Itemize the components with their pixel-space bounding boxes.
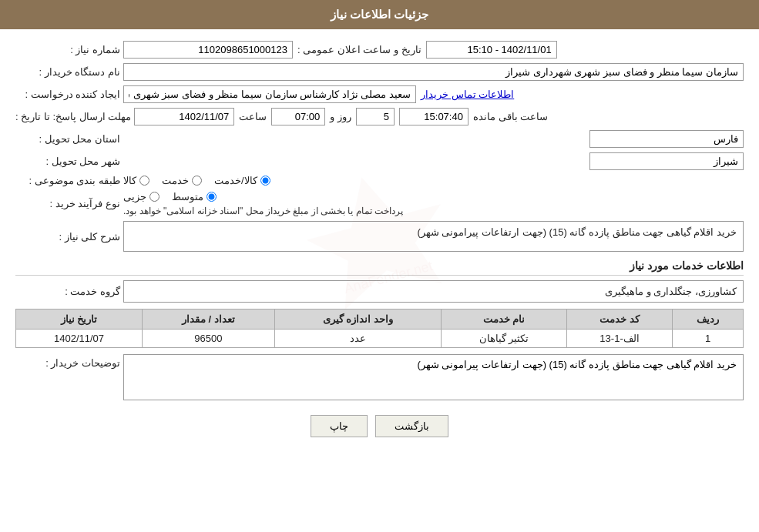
creator-contact-link[interactable]: اطلاعات تماس خریدار — [421, 89, 514, 100]
need-description-label: شرح کلی نیاز : — [15, 231, 123, 243]
col-quantity: تعداد / مقدار — [143, 309, 275, 330]
category-goods-service-item: کالا/خدمت — [214, 175, 270, 186]
service-info-title: اطلاعات خدمات مورد نیاز — [15, 259, 744, 276]
need-number-input[interactable] — [123, 41, 293, 59]
need-description-text: خرید اقلام گیاهی جهت مناطق پازده گانه (1… — [417, 226, 737, 238]
table-cell-code: الف-1-13 — [566, 330, 672, 348]
category-goods-service-label: کالا/خدمت — [214, 175, 257, 186]
process-medium-label: متوسط — [172, 191, 203, 202]
process-partial-item: جزیی — [123, 191, 160, 202]
col-date: تاریخ نیاز — [16, 309, 143, 330]
col-name: نام خدمت — [441, 309, 566, 330]
col-code: کد خدمت — [566, 309, 672, 330]
process-notice: پرداخت تمام یا بخشی از مبلغ خریداز محل "… — [123, 206, 403, 216]
process-row: نوع فرآیند خرید : جزیی متوسط پرداخت تمام… — [15, 191, 744, 216]
table-cell-date: 1402/11/07 — [16, 330, 143, 348]
deadline-label: مهلت ارسال پاسخ: تا تاریخ : — [15, 111, 134, 122]
creator-label: ایجاد کننده درخواست : — [15, 89, 123, 100]
page-header: جزئیات اطلاعات نیاز — [0, 0, 759, 29]
buyer-org-row: نام دستگاه خریدار : — [15, 63, 744, 81]
province-input[interactable] — [589, 130, 744, 148]
category-goods-radio[interactable] — [139, 176, 149, 186]
city-input[interactable] — [589, 152, 744, 170]
page-title: جزئیات اطلاعات نیاز — [331, 8, 428, 21]
category-goods-item: کالا — [123, 175, 149, 186]
deadline-day-label: روز و — [330, 111, 351, 122]
category-row: طبقه بندی موضوعی : کالا خدمت کالا/خدمت — [15, 175, 744, 186]
category-service-label: خدمت — [162, 175, 189, 186]
category-goods-label: کالا — [123, 175, 136, 186]
table-row: 1الف-1-13تکثیر گیاهانعدد965001402/11/07 — [16, 330, 744, 348]
buyer-org-label: نام دستگاه خریدار : — [15, 66, 123, 78]
announcement-date-input[interactable] — [426, 41, 557, 59]
process-partial-label: جزیی — [123, 191, 146, 202]
process-label: نوع فرآیند خرید : — [15, 198, 123, 209]
deadline-days-input[interactable] — [356, 108, 395, 125]
deadline-time-input[interactable] — [271, 108, 325, 125]
buyer-desc-row: توضیحات خریدار : — [15, 354, 744, 403]
service-group-label: گروه خدمت : — [15, 286, 123, 297]
city-label: شهر محل تحویل : — [15, 156, 123, 167]
buttons-row: بازگشت چاپ — [15, 415, 744, 437]
city-row: شهر محل تحویل : — [15, 152, 744, 170]
category-label: طبقه بندی موضوعی : — [15, 175, 123, 186]
creator-row: ایجاد کننده درخواست : اطلاعات تماس خریدا… — [15, 85, 744, 103]
buyer-org-input[interactable] — [123, 63, 744, 81]
category-goods-service-radio[interactable] — [260, 176, 270, 186]
buyer-desc-textarea[interactable] — [123, 354, 744, 400]
table-cell-quantity: 96500 — [143, 330, 275, 348]
creator-input[interactable] — [123, 85, 416, 103]
buyer-desc-label: توضیحات خریدار : — [15, 354, 123, 369]
service-table-header-row: ردیف کد خدمت نام خدمت واحد اندازه گیری ت… — [16, 309, 744, 330]
process-medium-item: متوسط — [172, 191, 217, 202]
category-service-item: خدمت — [162, 175, 202, 186]
col-row-num: ردیف — [673, 309, 744, 330]
deadline-date-input[interactable] — [134, 108, 234, 125]
process-medium-radio[interactable] — [207, 192, 217, 202]
province-label: استان محل تحویل : — [15, 133, 123, 145]
service-group-row: گروه خدمت : کشاورزی، جنگلداری و ماهیگیری — [15, 280, 744, 303]
table-cell-name: تکثیر گیاهان — [441, 330, 566, 348]
deadline-remaining-input[interactable] — [399, 108, 468, 125]
col-unit: واحد اندازه گیری — [274, 309, 441, 330]
deadline-time-label: ساعت — [239, 111, 267, 122]
need-description-box: خرید اقلام گیاهی جهت مناطق پازده گانه (1… — [123, 221, 744, 252]
print-button[interactable]: چاپ — [311, 415, 368, 437]
process-partial-radio[interactable] — [149, 192, 160, 202]
need-number-label: شماره نیاز : — [15, 44, 123, 55]
service-group-text: کشاورزی، جنگلداری و ماهیگیری — [605, 286, 737, 297]
deadline-row: مهلت ارسال پاسخ: تا تاریخ : ساعت روز و س… — [15, 108, 744, 125]
service-group-box: کشاورزی، جنگلداری و ماهیگیری — [123, 280, 744, 303]
category-service-radio[interactable] — [192, 176, 202, 186]
table-cell-row: 1 — [673, 330, 744, 348]
table-cell-unit: عدد — [274, 330, 441, 348]
need-number-row: شماره نیاز : تاریخ و ساعت اعلان عمومی : — [15, 41, 744, 59]
province-row: استان محل تحویل : — [15, 130, 744, 148]
deadline-remaining-label: ساعت باقی مانده — [473, 111, 548, 122]
announcement-date-label: تاریخ و ساعت اعلان عمومی : — [297, 44, 421, 55]
service-table: ردیف کد خدمت نام خدمت واحد اندازه گیری ت… — [15, 309, 744, 348]
need-description-row: شرح کلی نیاز : خرید اقلام گیاهی جهت مناط… — [15, 221, 744, 252]
back-button[interactable]: بازگشت — [375, 415, 448, 437]
